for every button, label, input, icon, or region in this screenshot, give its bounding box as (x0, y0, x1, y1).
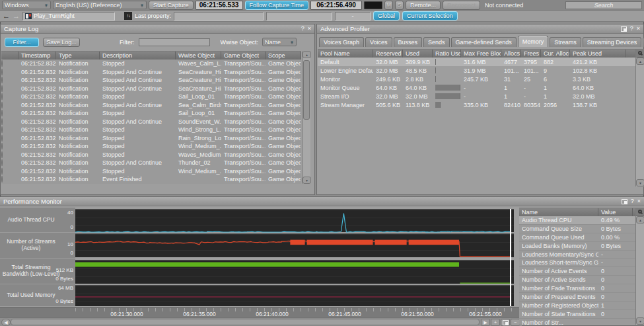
scroll-up-icon[interactable]: ▲ (636, 58, 644, 65)
zoom-fit-icon[interactable] (501, 319, 510, 326)
scroll-down-icon[interactable]: ▼ (303, 177, 311, 184)
tab-busses[interactable]: Busses (394, 37, 423, 47)
stat-row[interactable]: Number of Fade Transitions0 (519, 284, 635, 293)
stats-scrollbar[interactable]: ▲ ▼ (635, 208, 644, 325)
forward-arrow-icon[interactable]: → (13, 13, 20, 20)
tab-voices-graph[interactable]: Voices Graph (319, 37, 364, 47)
scroll-up-icon[interactable]: ▲ (303, 51, 311, 58)
stat-row[interactable]: Number of Prepared Events0 (519, 293, 635, 302)
stat-row[interactable]: Loaded Banks (Memory)0 Bytes (519, 242, 635, 251)
back-arrow-icon[interactable]: ← (3, 13, 10, 20)
profiler-scrollbar[interactable]: ▲ ▼ (635, 49, 644, 186)
memory-pool-row[interactable]: Monitor Queue64.0 KB64.0 KB-1-164.0 KB (318, 83, 635, 92)
stat-row[interactable]: Loudness Momentary/Sync Gr...- (519, 251, 635, 259)
tab-streaming-devices[interactable]: Streaming Devices (583, 37, 642, 47)
log-row[interactable]: 06:21:52.832NotificationStoppedWind_Stro… (1, 126, 301, 134)
log-row[interactable]: 06:21:52.832NotificationStoppedWind_Medi… (1, 167, 301, 176)
stat-row[interactable]: Number of Registered Objects1 (519, 302, 635, 310)
stat-row[interactable]: Command Queue Used0.00 % (519, 233, 635, 242)
last-property-name-field[interactable] (174, 12, 264, 20)
save-log-button[interactable]: Save Log... (43, 38, 80, 47)
log-row[interactable]: 06:21:52.832NotificationStopped And Cont… (1, 85, 301, 93)
scroll-down-icon[interactable]: ▼ (636, 179, 644, 186)
wwise-object-mode-select[interactable]: Name ▼ (262, 38, 297, 46)
current-object-box[interactable]: Play_TurnRight (22, 12, 115, 20)
wwise-object-label: Wwise Object: (221, 39, 259, 46)
memory-pool-row[interactable]: Lower Engine Default32.0 MB48.5 KB31.9 M… (318, 66, 635, 75)
tab-game-defined-sends[interactable]: Game-defined Sends (451, 37, 517, 47)
zoom-out-icon[interactable]: − (511, 319, 520, 326)
remote-button[interactable]: Remote... (406, 1, 441, 10)
capture-log-titlebar[interactable]: Capture Log ? × (1, 24, 314, 34)
close-icon[interactable]: × (308, 26, 311, 32)
memory-pool-row[interactable]: Monitor249.6 KB2.8 KB245.7 KB312563.3 KB (318, 75, 635, 83)
scroll-up-icon[interactable]: ▲ (636, 216, 644, 224)
layout-icon[interactable] (622, 199, 627, 204)
tab-streams[interactable]: Streams (550, 37, 581, 47)
tab-voices[interactable]: Voices (365, 37, 392, 47)
help-icon[interactable]: ? (631, 198, 634, 204)
scroll-left-icon[interactable]: ◀ (1, 319, 11, 326)
follow-capture-time-toggle[interactable]: Follow Capture Time (245, 1, 309, 10)
log-row[interactable]: 06:21:52.832NotificationStoppedRain_Stro… (1, 134, 301, 143)
stat-row[interactable]: Number of Active Events0 (519, 267, 635, 276)
log-row[interactable]: 06:21:52.832NotificationStoppedWind_Medi… (1, 142, 301, 151)
cpu-graph[interactable] (75, 209, 514, 232)
stat-row[interactable]: Command Queue Size0 Bytes (519, 225, 635, 233)
timeline-scrollbar[interactable]: ◀ ▶ + − (0, 317, 522, 326)
mute-button[interactable]: M (384, 1, 393, 10)
timeline[interactable]: 06:21:30.000 06:21:35.000 06:21:40.000 0… (0, 307, 522, 317)
platform-select[interactable]: Windows ▼ (2, 1, 51, 9)
log-row[interactable]: 06:21:52.832NotificationStopped And Cont… (1, 101, 301, 110)
solo-button[interactable]: S (395, 1, 404, 10)
layout-icon[interactable] (621, 26, 627, 32)
zoom-in-icon[interactable]: + (491, 319, 500, 326)
log-row[interactable]: 06:21:52.832NotificationStoppedWaves_Cal… (1, 60, 301, 68)
log-row[interactable]: 06:21:52.832NotificationStopped And Cont… (1, 76, 301, 85)
search-input[interactable] (565, 1, 642, 9)
search-icon[interactable] (638, 51, 642, 55)
memory-pool-row[interactable]: Stream I/O32.0 MB32.0 MB-1-132.0 MB (318, 92, 635, 101)
log-row[interactable]: 06:21:52.832NotificationStoppedWaves_Med… (1, 151, 301, 159)
search-icon[interactable] (638, 210, 642, 214)
stat-row[interactable]: Number of State Transitions0 (519, 310, 635, 319)
advanced-profiler-titlebar[interactable]: Advanced Profiler ? × (317, 24, 643, 34)
filter-dialog-button[interactable]: Filter... (5, 38, 39, 47)
memory-pool-row[interactable]: Stream Manager505.6 KB113.8 KB335.0 KB82… (318, 101, 635, 109)
scrollbar-thumb[interactable] (11, 319, 480, 325)
tab-memory[interactable]: Memory (518, 36, 549, 47)
stat-row[interactable]: Audio Thread CPU0.49 % (519, 216, 635, 225)
reconnect-button[interactable]: Reconnect (443, 1, 480, 10)
play-cursor-icon[interactable]: ▶ (481, 319, 490, 326)
log-row[interactable]: 06:21:52.832NotificationStoppedSail_Loop… (1, 109, 301, 118)
log-row[interactable]: 06:21:52.832NotificationStopped And Cont… (1, 68, 301, 77)
stat-row[interactable]: Loudness Short-term/Sync Gro...- (519, 259, 635, 267)
log-row[interactable]: 06:21:52.832NotificationStoppedSail_Loop… (1, 93, 301, 101)
scrollbar-thumb[interactable] (303, 60, 310, 120)
help-icon[interactable]: ? (301, 26, 304, 32)
last-property-object-field[interactable] (266, 12, 332, 20)
bandwidth-graph[interactable] (75, 260, 514, 284)
memory-graph[interactable] (75, 285, 514, 306)
log-row[interactable]: 06:21:52.832NotificationStopped And Cont… (1, 159, 301, 167)
tab-sends[interactable]: Sends (423, 37, 450, 47)
scroll-down-icon[interactable]: ▼ (636, 317, 644, 325)
last-property-value-slider[interactable]: - (335, 12, 371, 20)
close-icon[interactable]: × (637, 198, 641, 204)
streams-graph[interactable] (75, 233, 514, 257)
capture-log-scrollbar[interactable]: ▲ ▼ (302, 51, 310, 184)
log-row[interactable]: 06:21:52.832NotificationStopped And Cont… (1, 118, 301, 126)
close-icon[interactable]: × (637, 26, 640, 32)
filter-input[interactable] (139, 38, 210, 46)
global-scope-button[interactable]: Global (373, 11, 400, 20)
stat-row[interactable]: Number of Active Sends0 (519, 276, 635, 284)
log-row[interactable]: 06:21:52.832NotificationEvent FinishedTr… (1, 175, 301, 184)
performance-monitor-titlebar[interactable]: Performance Monitor ? × (0, 197, 644, 206)
memory-pool-row[interactable]: Default32.0 MB389.9 KB31.6 MB46773795882… (318, 58, 635, 66)
time-cursor[interactable] (510, 209, 511, 306)
help-icon[interactable]: ? (630, 26, 633, 32)
current-selection-scope-button[interactable]: Current Selection (402, 11, 458, 20)
stat-row[interactable]: Number of Str... (519, 319, 635, 325)
language-select[interactable]: English (US) (Reference) ▼ (53, 1, 147, 9)
start-capture-button[interactable]: Start Capture (149, 1, 194, 10)
